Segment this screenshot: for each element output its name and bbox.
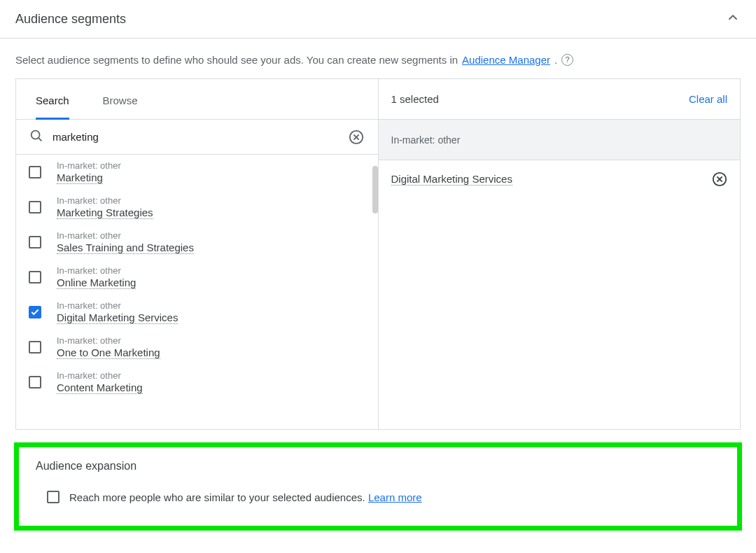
svg-point-0 <box>31 130 40 139</box>
result-item: In-market: otherMarketing Strategies <box>16 190 378 225</box>
right-column: 1 selected Clear all In-market: other Di… <box>379 79 741 429</box>
result-checkbox[interactable] <box>29 306 41 318</box>
tab-browse[interactable]: Browse <box>103 94 138 120</box>
clear-search-icon[interactable] <box>349 130 364 145</box>
result-category: In-market: other <box>57 195 153 206</box>
result-label[interactable]: Sales Training and Strategies <box>57 241 194 254</box>
result-category: In-market: other <box>57 265 136 276</box>
result-item: In-market: otherDigital Marketing Servic… <box>16 295 378 330</box>
result-label[interactable]: Digital Marketing Services <box>57 312 178 324</box>
result-category: In-market: other <box>57 300 178 311</box>
result-text: In-market: otherMarketing <box>57 160 121 184</box>
result-label[interactable]: Online Marketing <box>57 276 136 289</box>
selected-group-header: In-market: other <box>379 120 741 160</box>
result-item: In-market: otherSales Training and Strat… <box>16 225 378 260</box>
intro-after: . <box>554 54 557 66</box>
audience-expansion-box: Audience expansion Reach more people who… <box>14 442 742 531</box>
scrollbar-thumb[interactable] <box>372 166 378 214</box>
result-item: In-market: otherMarketing <box>16 155 378 190</box>
expansion-checkbox[interactable] <box>47 491 59 503</box>
result-label[interactable]: Marketing Strategies <box>57 206 153 219</box>
search-icon <box>29 128 44 146</box>
expansion-row: Reach more people who are similar to you… <box>36 491 720 503</box>
left-column: Search Browse In-market: otherMarketingI… <box>16 79 379 429</box>
result-category: In-market: other <box>57 335 160 346</box>
remove-icon[interactable] <box>712 172 727 187</box>
section-header[interactable]: Audience segments <box>0 0 756 38</box>
expansion-desc: Reach more people who are similar to you… <box>69 491 368 503</box>
result-text: In-market: otherSales Training and Strat… <box>57 230 194 254</box>
help-icon[interactable]: ? <box>561 54 573 66</box>
expansion-title: Audience expansion <box>36 460 720 472</box>
intro-text: Select audience segments to define who s… <box>0 38 756 78</box>
result-checkbox[interactable] <box>29 376 41 388</box>
result-text: In-market: otherContent Marketing <box>57 370 143 394</box>
result-item: In-market: otherOnline Marketing <box>16 260 378 295</box>
result-label[interactable]: Content Marketing <box>57 382 143 394</box>
segments-panel: Search Browse In-market: otherMarketingI… <box>15 78 741 430</box>
expansion-text: Reach more people who are similar to you… <box>69 491 422 503</box>
result-text: In-market: otherOnline Marketing <box>57 265 136 289</box>
result-checkbox[interactable] <box>29 236 41 248</box>
search-row <box>16 120 378 155</box>
result-label[interactable]: One to One Marketing <box>57 346 160 359</box>
result-text: In-market: otherOne to One Marketing <box>57 335 160 359</box>
result-label[interactable]: Marketing <box>57 172 103 184</box>
result-category: In-market: other <box>57 230 194 241</box>
learn-more-link[interactable]: Learn more <box>368 491 422 503</box>
clear-all-button[interactable]: Clear all <box>689 93 727 105</box>
selected-item-label[interactable]: Digital Marketing Services <box>391 173 512 186</box>
chevron-up-icon[interactable] <box>725 10 741 28</box>
selected-count: 1 selected <box>391 93 439 105</box>
tabs: Search Browse <box>16 79 378 120</box>
result-item: In-market: otherContent Marketing <box>16 365 378 400</box>
result-checkbox[interactable] <box>29 201 41 214</box>
tab-search[interactable]: Search <box>36 94 69 120</box>
selected-list: Digital Marketing Services <box>379 160 741 198</box>
result-category: In-market: other <box>57 160 121 171</box>
result-item: In-market: otherOne to One Marketing <box>16 330 378 365</box>
result-checkbox[interactable] <box>29 341 41 354</box>
audience-manager-link[interactable]: Audience Manager <box>462 54 550 66</box>
result-text: In-market: otherDigital Marketing Servic… <box>57 300 178 324</box>
result-checkbox[interactable] <box>29 166 41 178</box>
search-input[interactable] <box>51 130 342 144</box>
result-text: In-market: otherMarketing Strategies <box>57 195 153 219</box>
result-category: In-market: other <box>57 370 143 381</box>
section-title: Audience segments <box>15 12 126 27</box>
result-checkbox[interactable] <box>29 271 41 284</box>
results-list: In-market: otherMarketingIn-market: othe… <box>16 155 378 429</box>
intro-before: Select audience segments to define who s… <box>15 54 458 66</box>
selected-header: 1 selected Clear all <box>379 79 741 120</box>
selected-item: Digital Marketing Services <box>379 160 741 198</box>
svg-line-1 <box>38 137 41 140</box>
